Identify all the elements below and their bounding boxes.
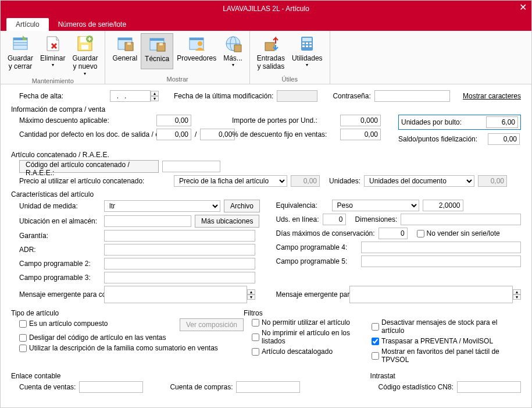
dias-max-input[interactable] — [379, 228, 408, 239]
cp2-input[interactable] — [104, 258, 255, 269]
svg-rect-13 — [150, 38, 164, 41]
seccion-tipo-header: Tipo de artículo — [11, 309, 244, 317]
cp3-input[interactable] — [104, 272, 255, 283]
svg-rect-28 — [309, 42, 312, 44]
codigo-concat-button[interactable]: Código del artículo concatenado / R.A.E.… — [19, 160, 159, 173]
fecha-alta-input[interactable] — [110, 90, 151, 102]
pct-desc-input[interactable] — [340, 129, 381, 140]
cta-compras-input[interactable] — [236, 381, 300, 393]
no-vender-checkbox[interactable] — [417, 230, 424, 237]
group-mostrar-label: Mostrar — [166, 76, 188, 84]
svg-rect-15 — [159, 43, 163, 45]
adr-input[interactable] — [104, 244, 255, 256]
mostrar-caracteres-link[interactable]: Mostrar caracteres — [463, 92, 521, 100]
tecnica-icon — [148, 35, 166, 54]
traspasar-checkbox[interactable] — [372, 338, 379, 345]
spin-down-icon[interactable]: ▾ — [151, 96, 159, 101]
general-button[interactable]: General — [109, 33, 141, 69]
no-imprimir-checkbox[interactable] — [252, 334, 259, 341]
svg-rect-3 — [13, 45, 27, 45]
tab-strip: Artículo Números de serie/lote — [1, 17, 531, 31]
svg-rect-29 — [302, 45, 305, 47]
pct-desc-label: % de descuento fijo en ventas: — [232, 130, 337, 139]
precio-concat-label: Precio al utilizar el artículo concatena… — [19, 177, 170, 185]
save-new-button[interactable]: Guardar y nuevo ▾ — [69, 33, 101, 77]
cant-def-salida-input[interactable] — [156, 129, 191, 140]
delete-button[interactable]: Eliminar ▾ — [37, 33, 69, 77]
descatalogado-checkbox[interactable] — [252, 348, 259, 356]
spin-up-icon[interactable]: ▴ — [247, 289, 255, 295]
close-icon[interactable]: ✕ — [519, 2, 527, 13]
unidades-concat-value — [478, 175, 507, 187]
saldo-input[interactable] — [488, 133, 520, 145]
cp4-input[interactable] — [361, 242, 522, 253]
fecha-mod-label: Fecha de la última modificación: — [174, 92, 273, 100]
cn8-input[interactable] — [457, 381, 521, 393]
desligar-checkbox[interactable] — [19, 334, 27, 342]
cp3-label: Campo programable 3: — [19, 274, 101, 282]
fecha-mod-input — [277, 90, 317, 102]
equiv-value-input[interactable] — [423, 200, 463, 211]
proveedores-button[interactable]: Proveedores — [173, 33, 220, 69]
saldo-label: Saldo/puntos fidelización: — [398, 135, 484, 143]
msg-ventas-label: Mensaje emergente para ventas: — [276, 290, 346, 299]
contrasena-input[interactable] — [374, 90, 450, 102]
max-desc-input[interactable] — [156, 115, 191, 126]
svg-rect-11 — [127, 42, 131, 45]
cta-ventas-input[interactable] — [79, 381, 143, 393]
save-close-button[interactable]: Guardar y cerrar — [4, 33, 37, 77]
cant-def-entrada-input[interactable] — [200, 129, 235, 140]
importe-portes-label: Importe de portes por Und.: — [232, 116, 337, 125]
compuesto-checkbox[interactable] — [19, 320, 27, 328]
spin-up-icon[interactable]: ▴ — [513, 289, 521, 295]
svg-rect-27 — [306, 42, 308, 44]
save-new-icon — [76, 34, 94, 53]
svg-rect-23 — [265, 42, 274, 51]
dim-label: Dimensiones: — [355, 215, 398, 223]
msg-compras-textarea[interactable] — [104, 286, 247, 303]
ubic-input[interactable] — [104, 215, 191, 227]
tecnica-button[interactable]: Técnica — [141, 33, 173, 69]
tab-serial[interactable]: Números de serie/lote — [49, 18, 135, 31]
garantia-input[interactable] — [104, 230, 255, 242]
entradas-salidas-icon — [262, 34, 280, 53]
archivo-button[interactable]: Archivo — [224, 200, 260, 212]
entradas-salidas-button[interactable]: Entradas y salidas — [253, 33, 288, 72]
seccion-enlace-header: Enlace contable — [11, 372, 370, 380]
contrasena-label: Contraseña: — [333, 92, 370, 100]
save-close-icon — [11, 34, 30, 53]
precio-concat-select[interactable]: Precio de la ficha del artículo — [174, 175, 287, 187]
um-select[interactable]: ltr — [104, 200, 220, 212]
utilidades-button[interactable]: Utilidades ▾ — [288, 33, 326, 72]
spin-down-icon[interactable]: ▾ — [513, 295, 521, 300]
msg-ventas-textarea[interactable] — [349, 286, 513, 303]
no-permitir-checkbox[interactable] — [252, 319, 259, 327]
uds-linea-label: Uds. en línea: — [276, 215, 319, 223]
dim-input[interactable] — [401, 214, 521, 225]
title-bar: LAVAVAJILLAS 2L - Artículo ✕ — [1, 1, 531, 17]
mas-ubicaciones-button[interactable]: Más ubicaciones — [195, 215, 259, 228]
usar-desc-familia-checkbox[interactable] — [19, 345, 27, 352]
desact-stock-checkbox[interactable] — [372, 323, 379, 331]
spin-up-icon[interactable]: ▴ — [151, 91, 159, 96]
equiv-select[interactable]: Peso — [332, 200, 419, 211]
uds-linea-input[interactable] — [323, 214, 346, 225]
ver-composicion-button[interactable]: Ver composición — [180, 318, 244, 331]
mas-button[interactable]: Más... ▾ — [220, 33, 246, 69]
fecha-alta-label: Fecha de alta: — [19, 92, 106, 100]
codigo-concat-input[interactable] — [162, 161, 220, 172]
cant-def-label: Cantidad por defecto en los doc. de sali… — [19, 130, 153, 139]
svg-rect-9 — [118, 38, 132, 40]
importe-portes-input[interactable] — [340, 115, 381, 126]
delete-icon — [44, 34, 62, 53]
und-bulto-input[interactable] — [486, 116, 518, 128]
mas-icon — [224, 34, 242, 53]
ribbon: Guardar y cerrar Eliminar ▾ Guardar y nu… — [1, 31, 531, 84]
max-desc-label: Máximo descuento aplicable: — [19, 116, 153, 125]
favoritos-checkbox[interactable] — [372, 352, 379, 360]
tab-articulo[interactable]: Artículo — [6, 18, 49, 31]
unidades-concat-select[interactable]: Unidades del documento — [364, 175, 474, 187]
cp5-input[interactable] — [361, 256, 522, 267]
proveedores-icon — [187, 34, 206, 53]
spin-down-icon[interactable]: ▾ — [247, 295, 255, 300]
